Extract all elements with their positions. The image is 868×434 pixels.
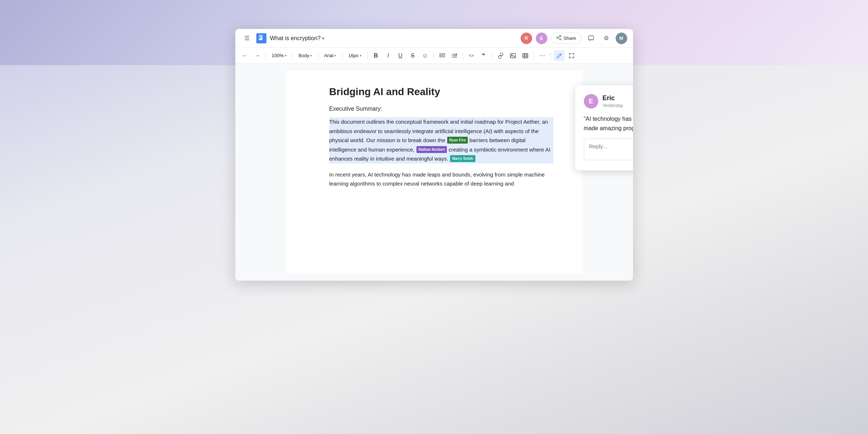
app-window: ☰ What is encryption? ▾ R E xyxy=(235,29,633,281)
more-options-button[interactable]: ⋯ xyxy=(537,50,548,61)
avatar-e[interactable]: E xyxy=(536,33,547,44)
size-label: 16px xyxy=(348,53,358,58)
comment-body: “AI technology has made leaps and bounds… xyxy=(584,114,633,133)
menu-icon[interactable]: ☰ xyxy=(241,33,253,44)
doc-area: Bridging AI and Reality Executive Summar… xyxy=(235,64,633,281)
svg-rect-1 xyxy=(259,36,262,37)
comment-timestamp: Yesterday xyxy=(603,103,623,108)
svg-rect-2 xyxy=(259,37,262,38)
svg-point-17 xyxy=(452,55,452,56)
share-label: Share xyxy=(564,35,576,41)
align-button[interactable] xyxy=(437,50,448,61)
doc-icon xyxy=(256,33,266,43)
toolbar-separator-3 xyxy=(318,52,318,59)
doc-section-title: Executive Summary: xyxy=(329,106,553,112)
svg-line-7 xyxy=(558,36,560,37)
toolbar-separator-2 xyxy=(292,52,293,59)
comment-meta: Eric Yesterday xyxy=(603,94,623,108)
doc-paragraph-1: This document outlines the conceptual fr… xyxy=(329,117,553,163)
cursor-marry-label: Marry Smith xyxy=(450,155,475,162)
toolbar-separator-8 xyxy=(492,52,492,59)
toolbar-separator-1 xyxy=(266,52,266,59)
svg-point-18 xyxy=(452,57,452,58)
toolbar-separator-5 xyxy=(367,52,368,59)
doc-main-title: Bridging AI and Reality xyxy=(329,85,553,98)
redo-button[interactable]: → xyxy=(252,50,263,61)
svg-point-16 xyxy=(452,54,452,55)
toolbar-separator-4 xyxy=(342,52,342,59)
zoom-label: 100% xyxy=(272,53,284,58)
undo-button[interactable]: ← xyxy=(240,50,251,61)
toolbar-separator-6 xyxy=(433,52,434,59)
title-bar-left: ☰ What is encryption? ▾ xyxy=(241,33,325,44)
svg-line-26 xyxy=(560,54,561,55)
toolbar-separator-7 xyxy=(463,52,463,59)
style-label: Body xyxy=(299,53,309,58)
toolbar-separator-10 xyxy=(551,52,551,59)
comment-panel: E Eric Yesterday ⋮ ✕ ✓ “AI technology ha… xyxy=(575,85,633,170)
doc-content[interactable]: Bridging AI and Reality Executive Summar… xyxy=(286,71,582,273)
svg-rect-9 xyxy=(589,36,594,40)
avatar-m[interactable]: M xyxy=(616,33,627,44)
bold-button[interactable]: B xyxy=(371,50,381,61)
svg-line-8 xyxy=(558,38,560,39)
share-button[interactable]: Share xyxy=(551,33,582,44)
font-label: Arial xyxy=(324,53,333,58)
avatar-r[interactable]: R xyxy=(521,33,532,44)
zoom-chevron-icon: ▾ xyxy=(285,54,287,58)
list-button[interactable] xyxy=(449,50,460,61)
doc-title-chevron-icon: ▾ xyxy=(322,36,324,41)
comment-old-text: “AI technology has made leaps and bounds… xyxy=(584,116,633,122)
cursor-ryan-label: Ryan Fire xyxy=(447,137,468,144)
title-bar-right: R E Share ⚙ M xyxy=(521,33,627,44)
quote-button[interactable]: ❝ xyxy=(478,50,489,61)
doc-paragraph-2: In recent years, AI technology has made … xyxy=(329,170,553,188)
zoom-dropdown[interactable]: 100% ▾ xyxy=(269,51,290,60)
svg-rect-21 xyxy=(523,54,528,58)
svg-point-5 xyxy=(556,37,558,38)
toolbar: ← → 100% ▾ Body ▾ Arial ▾ 16px ▾ B I U S… xyxy=(235,48,633,64)
comment-reply-input[interactable] xyxy=(584,139,633,160)
code-button[interactable]: <> xyxy=(466,50,477,61)
comment-avatar: E xyxy=(584,94,598,109)
link-button[interactable] xyxy=(495,50,506,61)
table-button[interactable] xyxy=(520,50,531,61)
font-chevron-icon: ▾ xyxy=(334,54,336,58)
style-chevron-icon: ▾ xyxy=(310,54,312,58)
italic-button[interactable]: I xyxy=(383,50,394,61)
svg-point-4 xyxy=(560,35,561,37)
comment-username: Eric xyxy=(603,94,623,102)
svg-rect-3 xyxy=(259,38,261,39)
share-icon xyxy=(556,35,561,41)
doc-title-text: What is encryption? xyxy=(270,35,321,42)
title-bar: ☰ What is encryption? ▾ R E xyxy=(235,29,633,48)
size-dropdown[interactable]: 16px ▾ xyxy=(345,51,364,60)
style-dropdown[interactable]: Body ▾ xyxy=(296,51,315,60)
strikethrough-button[interactable]: S xyxy=(407,50,418,61)
emoji-button[interactable]: ☺ xyxy=(420,50,431,61)
cursor-nathan-label: Nathan Norbert xyxy=(416,146,447,153)
size-chevron-icon: ▾ xyxy=(360,54,362,58)
image-button[interactable] xyxy=(508,50,518,61)
pencil-button[interactable] xyxy=(554,50,565,61)
svg-point-6 xyxy=(560,39,561,40)
toolbar-separator-9 xyxy=(534,52,534,59)
comment-user-info: E Eric Yesterday xyxy=(584,94,623,109)
comment-header: E Eric Yesterday ⋮ ✕ ✓ xyxy=(584,94,633,109)
comment-icon[interactable] xyxy=(585,33,597,44)
expand-button[interactable] xyxy=(566,50,577,61)
underline-button[interactable]: U xyxy=(395,50,406,61)
font-dropdown[interactable]: Arial ▾ xyxy=(321,51,339,60)
settings-icon[interactable]: ⚙ xyxy=(600,33,612,44)
doc-title[interactable]: What is encryption? ▾ xyxy=(270,35,325,42)
